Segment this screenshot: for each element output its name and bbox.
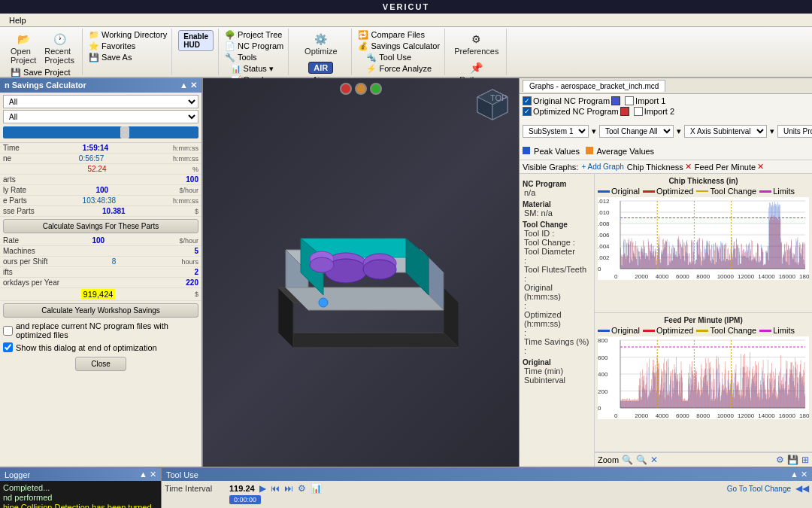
save-button[interactable]: 💾 Save Project [11,68,74,78]
workdays-value: 220 [186,278,198,287]
nc-value: n/a [524,188,591,197]
tool-id-label: Tool ID : [524,229,591,238]
chart-expand-button[interactable]: ⊞ [801,455,809,465]
import1-label: Import 1 [635,96,665,105]
feed-per-minute-remove[interactable]: ✕ [757,162,764,172]
optimized-line [643,190,655,193]
time-display-button[interactable]: 0:00:00 [229,495,261,504]
zoom-reset-button[interactable]: ✕ [650,455,658,465]
tool-use-button[interactable]: 🔩 Tool Use [366,53,432,62]
original-nc-check: ✓ [523,96,532,105]
ti-settings[interactable]: ⚙ [298,483,306,494]
savings-calc-button[interactable]: 💰 Savings Calculator [358,41,440,51]
toolbar-hud: EnableHUD [174,29,219,75]
diameter-val: : [524,256,591,265]
ne-row: ne 0:56:57 h:mm:ss [0,154,201,164]
cube-nav-widget[interactable]: TOP [474,86,511,125]
svg-marker-0 [278,333,459,348]
working-dir-button[interactable]: 📁 Working Directory [89,30,167,40]
cost-value: 10.381 [102,207,126,215]
original-nc-checkbox[interactable]: ✓ Original NC Program [523,96,620,105]
favorites-button[interactable]: ⭐ Favorites [89,41,167,51]
logger-controls: ▲ ✕ [139,470,156,479]
optimized-nc-checkbox[interactable]: ✓ Optimized NC Program [523,107,629,116]
main-content: n Savings Calculator ▲ ✕ All All Time 1:… [0,78,812,467]
yearly-savings-button[interactable]: Calculate Yearly Workshop Savings [3,303,198,318]
3d-viewport[interactable]: TOP [203,78,519,467]
avg-legend: Average Values [586,147,654,156]
chart-settings-button[interactable]: ⚙ [776,455,784,465]
log-line-1: Completed... [3,483,158,493]
savings-dropdown-1[interactable]: All [3,95,198,108]
svg-point-17 [319,298,328,307]
peak-avg-row: Peak Values Average Values [523,145,809,157]
x-axis-dropdown[interactable]: X Axis Subinterval [684,125,767,138]
time-interval-value: 119.24 [229,484,255,493]
savings-rate-row: Rate 100 $/hour [0,236,201,246]
chart-export-button[interactable]: 💾 [787,455,798,465]
zoom-in-button[interactable]: 🔍 [622,455,633,465]
zoom-out-button[interactable]: 🔍 [636,455,647,465]
project-tree-button[interactable]: 🌳 Project Tree [225,30,283,40]
ti-graph[interactable]: 📊 [311,483,322,494]
pct-value: 52.24 [87,165,106,173]
go-to-tool-button[interactable]: Go To Tool Change [727,485,791,493]
savings-calculator-panel: n Savings Calculator ▲ ✕ All All Time 1:… [0,78,203,467]
svg-marker-10 [406,239,429,295]
nc-info-panel: NC Program n/a Material SM: n/a Tool Cha… [520,174,595,467]
calc-savings-button[interactable]: Calculate Savings For These Parts [3,219,198,233]
visible-graphs-label: Visible Graphs: [523,163,578,172]
cost-row: sse Parts 10.381 $ [0,206,201,217]
replace-checkbox[interactable] [3,326,13,336]
save-as-button[interactable]: 💾 Save As [89,53,167,62]
subsystem-row: SubSystem 1 ▾ Tool Change All ▾ X Axis S… [523,117,809,145]
ti-play[interactable]: ▶ [259,483,266,494]
ti-prev[interactable]: ⏮ [271,483,280,494]
add-graph-button[interactable]: + Add Graph [581,163,623,171]
import2-checkbox[interactable]: Import 2 [634,107,674,116]
total-value: 919,424 [81,289,116,300]
subsystem-dropdown[interactable]: SubSystem 1 [523,125,589,138]
savings-dropdown-2[interactable]: All [3,110,198,123]
graphs-tab-active[interactable]: Graphs - aerospace_bracket_inch.mcd [523,80,665,92]
air-label: AIR [308,62,333,74]
checkbox-row-1: ✓ Original NC Program Import 1 [523,96,809,105]
preferences-button[interactable]: ⚙ Preferences [451,30,501,57]
optimized-legend-label: Optimized [656,187,694,196]
optimize-button[interactable]: ⚙️ Optimize [301,30,340,57]
open-project-button[interactable]: 📂 OpenProject [8,30,39,66]
svg-point-14 [363,260,396,279]
ne-value: 0:56:57 [79,154,104,163]
enable-hud-button[interactable]: EnableHUD [178,30,214,51]
import1-checkbox[interactable]: Import 1 [625,96,665,105]
chip-thickness-label: Chip Thickness [627,163,683,172]
ne-unit: h:mm:ss [173,155,198,163]
peak-label: Peak Values [534,147,580,156]
cost-label: sse Parts [3,207,35,215]
tools-button[interactable]: 🔧 Tools [225,53,283,62]
recent-projects-button[interactable]: 🕐 RecentProjects [41,30,77,66]
import2-check [634,107,643,116]
shifts-label: ifts [3,268,13,276]
force-analyze-button[interactable]: ⚡ Force Analyze [366,64,432,74]
path-icon: 📌 [468,60,485,75]
tool-change-legend-label: Tool Change [710,187,756,196]
nc-program-button[interactable]: 📄 NC Program [225,41,283,51]
close-button[interactable]: Close [75,357,126,371]
menu-help[interactable]: Help [3,16,32,25]
chip-thickness-remove[interactable]: ✕ [685,162,692,172]
tool-change-dropdown[interactable]: Tool Change All [599,125,674,138]
ti-next[interactable]: ⏭ [284,483,293,494]
compare-files-button[interactable]: 🔁 Compare Files [358,30,440,40]
show-dialog-checkbox[interactable] [3,342,13,352]
units-dropdown[interactable]: Units Project Units [777,125,812,138]
time-interval-row: Time Interval 119.24 ▶ ⏮ ⏭ ⚙ 📊 Go To Too… [165,483,809,494]
flutes-val: : [524,274,591,283]
savings-slider[interactable] [3,126,198,138]
status-button[interactable]: 📊 Status ▾ [231,64,278,74]
workdays-label: orkdays per Year [3,278,59,287]
original-legend-label: Original [611,187,640,196]
air-icon: AIR [313,60,329,75]
material-section: Material [523,200,591,208]
go-prev-button[interactable]: ◀◀ [795,483,809,494]
